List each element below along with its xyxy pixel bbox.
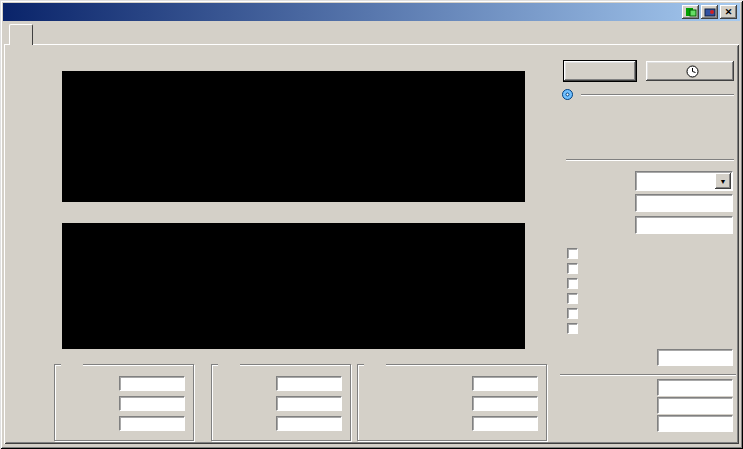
pif-jitter-chart — [62, 223, 525, 349]
checkbox-quick-scan[interactable]: ✓ — [567, 247, 584, 260]
checkbox-icon: ✓ — [567, 293, 578, 304]
stat-row — [63, 376, 185, 391]
pi-errors-legend — [61, 357, 83, 366]
pi-failures-legend — [218, 357, 240, 366]
titlebar-app-icon-2[interactable] — [701, 5, 718, 19]
pi-failures-box — [211, 364, 351, 441]
pie-chart-x-axis — [62, 205, 525, 217]
end-pos-field[interactable] — [635, 216, 733, 234]
stat-row — [63, 396, 185, 411]
checkbox-show-c2-pif[interactable]: ✓ — [567, 277, 584, 290]
checkbox-icon: ✓ — [567, 248, 578, 259]
stat-row — [366, 416, 538, 431]
close-icon: ✕ — [725, 7, 733, 17]
progress-value — [657, 379, 733, 396]
header-rule — [581, 94, 734, 96]
pi-failures-swatch — [222, 357, 231, 366]
settings-header — [562, 158, 734, 161]
pi-errors-swatch — [65, 357, 74, 366]
main-panel: ▼ ✓ ✓ ✓ ✓ ✓ ✓ — [4, 44, 739, 444]
position-value — [657, 397, 733, 414]
chevron-down-icon[interactable]: ▼ — [715, 173, 731, 189]
disc-info-icon — [562, 89, 573, 100]
pie-chart-y-axis — [32, 71, 58, 202]
quality-score-value — [657, 349, 733, 366]
stat-row — [220, 416, 342, 431]
stat-row — [220, 396, 342, 411]
title-bar[interactable]: ✕ — [3, 3, 740, 21]
jitter-box — [357, 364, 547, 441]
checkbox-icon: ✓ — [567, 278, 578, 289]
status-divider — [560, 374, 736, 376]
clock-icon — [686, 65, 699, 78]
checkbox-show-write-speed[interactable]: ✓ — [567, 322, 584, 335]
app-window: ✕ — [0, 0, 743, 449]
jitter-legend — [364, 357, 386, 366]
close-button[interactable]: ✕ — [720, 5, 737, 19]
start-pos-field[interactable] — [635, 194, 733, 212]
checkbox-icon: ✓ — [567, 263, 578, 274]
green-disc-icon — [685, 7, 697, 17]
stat-row — [366, 396, 538, 411]
jitter-swatch — [368, 357, 377, 366]
stop-button[interactable] — [646, 61, 734, 81]
start-button[interactable] — [564, 61, 636, 81]
speed-select[interactable]: ▼ — [635, 171, 733, 191]
checkbox-show-c1-pie[interactable]: ✓ — [567, 262, 584, 275]
stat-row — [220, 376, 342, 391]
drive-icon — [704, 7, 716, 17]
pie-chart — [62, 71, 525, 202]
titlebar-app-icon-1[interactable] — [682, 5, 699, 19]
checkbox-show-jitter[interactable]: ✓ — [567, 292, 584, 305]
pi-errors-box — [54, 364, 194, 441]
header-rule — [566, 159, 734, 161]
disc-info-header — [562, 89, 734, 100]
stat-row — [63, 416, 185, 431]
pif-chart-x-axis — [62, 352, 525, 364]
speed-status-value — [657, 415, 733, 432]
pif-chart-right-axis — [528, 223, 550, 349]
checkbox-icon: ✓ — [567, 308, 578, 319]
pif-chart-left-axis — [32, 223, 58, 349]
checkbox-icon: ✓ — [567, 323, 578, 334]
checkbox-show-read-speed[interactable]: ✓ — [567, 307, 584, 320]
tab-disc-quality[interactable] — [9, 24, 33, 45]
stat-row — [366, 376, 538, 391]
